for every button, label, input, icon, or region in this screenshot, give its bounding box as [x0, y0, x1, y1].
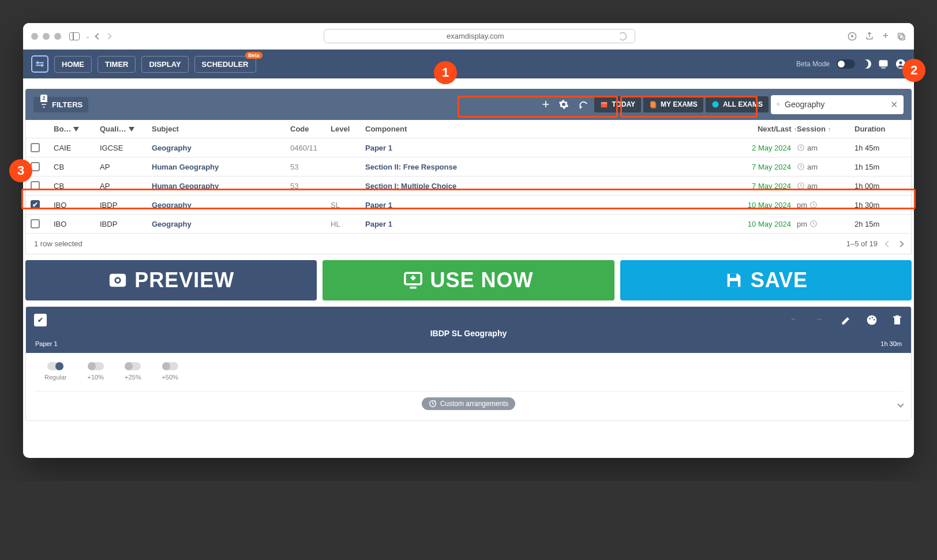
- next-page-button[interactable]: [897, 240, 904, 247]
- col-qualification[interactable]: Quali…: [100, 125, 152, 133]
- new-tab-button[interactable]: +: [882, 30, 889, 42]
- delete-icon[interactable]: [891, 314, 903, 326]
- cell-qualification: AP: [100, 182, 152, 190]
- table-row[interactable]: IBOIBDPGeographyHLPaper 110 May 2024pm2h…: [26, 215, 911, 234]
- dark-mode-icon[interactable]: [862, 59, 871, 69]
- annotation-callout-2: 2: [902, 59, 925, 82]
- col-code[interactable]: Code: [290, 125, 331, 133]
- filter-funnel-icon[interactable]: [129, 127, 134, 131]
- col-duration[interactable]: Duration: [854, 125, 906, 133]
- col-subject[interactable]: Subject: [152, 125, 290, 133]
- refresh-icon[interactable]: [619, 32, 627, 40]
- beta-mode-toggle[interactable]: [837, 59, 855, 69]
- close-window-button[interactable]: [31, 33, 38, 40]
- cell-duration: 1h 30m: [854, 201, 906, 209]
- app-logo[interactable]: [31, 55, 48, 73]
- prev-page-button[interactable]: [884, 240, 891, 247]
- filter-my-exams[interactable]: MY EXAMS: [643, 96, 703, 112]
- prev-detail-icon[interactable]: ←: [790, 314, 801, 326]
- palette-icon[interactable]: [866, 314, 878, 326]
- cell-code: 53: [290, 182, 331, 190]
- cell-board: IBO: [54, 201, 100, 209]
- edit-icon[interactable]: [841, 314, 852, 326]
- pagination-range: 1–5 of 19: [846, 239, 878, 248]
- cell-qualification: AP: [100, 163, 152, 171]
- col-component[interactable]: Component: [365, 125, 515, 133]
- custom-arrangements-chip[interactable]: Custom arrangements: [422, 397, 516, 410]
- svg-rect-2: [899, 35, 905, 40]
- preview-label: PREVIEW: [134, 268, 234, 292]
- filter-today[interactable]: TODAY: [594, 96, 641, 112]
- beta-badge: Beta: [245, 52, 263, 59]
- table-header: Bo… Quali… Subject Code Level Component …: [26, 120, 911, 138]
- toggle-plus50[interactable]: +50%: [162, 362, 178, 381]
- cell-board: CAIE: [54, 144, 100, 152]
- search-input[interactable]: [785, 100, 886, 109]
- toggle-regular[interactable]: Regular: [44, 362, 67, 381]
- time-adjustment-toggles: Regular +10% +25% +50%: [34, 360, 903, 388]
- filter-all-exams[interactable]: ALL EXAMS: [706, 96, 769, 112]
- cell-component: Section II: Free Response: [365, 163, 515, 171]
- nav-timer[interactable]: TIMER: [98, 56, 136, 73]
- cell-qualification: IBDP: [100, 220, 152, 228]
- cell-qualification: IGCSE: [100, 144, 152, 152]
- row-checkbox[interactable]: [31, 181, 40, 190]
- back-button[interactable]: [95, 33, 101, 39]
- detail-selected-checkbox[interactable]: ✔: [34, 314, 47, 326]
- app-window: 1 2 3 ⌄ examdisplay.com +: [23, 23, 914, 458]
- download-icon[interactable]: [848, 32, 857, 41]
- table-row[interactable]: CBAPHuman Geography53Section II: Free Re…: [26, 157, 911, 176]
- sidebar-toggle-icon[interactable]: [69, 32, 80, 40]
- svg-rect-3: [879, 61, 887, 66]
- toggle-plus25[interactable]: +25%: [125, 362, 141, 381]
- cell-component: Paper 1: [365, 144, 515, 152]
- chevron-down-icon[interactable]: ⌄: [85, 33, 90, 39]
- beta-mode-label: Beta Mode: [796, 60, 830, 68]
- tabs-icon[interactable]: [897, 32, 906, 41]
- table-row[interactable]: ✔IBOIBDPGeographySLPaper 110 May 2024pm1…: [26, 196, 911, 215]
- forward-button[interactable]: [105, 33, 111, 39]
- row-checkbox[interactable]: [31, 143, 40, 152]
- nav-home[interactable]: HOME: [54, 56, 92, 73]
- toggle-plus10[interactable]: +10%: [88, 362, 104, 381]
- col-session[interactable]: Session↑: [797, 125, 854, 133]
- url-text: examdisplay.com: [447, 32, 504, 40]
- svg-point-25: [874, 319, 875, 321]
- address-bar[interactable]: examdisplay.com: [324, 29, 635, 43]
- share-icon[interactable]: [865, 32, 874, 41]
- screen-icon[interactable]: [878, 59, 889, 69]
- detail-title: IBDP SL Geography: [34, 329, 903, 338]
- search-box[interactable]: ✕: [771, 95, 904, 114]
- maximize-window-button[interactable]: [54, 33, 61, 40]
- col-board[interactable]: Bo…: [54, 125, 100, 133]
- save-label: SAVE: [751, 268, 808, 292]
- nav-display[interactable]: DISPLAY: [141, 56, 188, 73]
- cell-duration: 1h 45m: [854, 144, 906, 152]
- use-now-label: USE NOW: [430, 268, 533, 292]
- next-detail-icon[interactable]: →: [815, 314, 827, 326]
- col-level[interactable]: Level: [331, 125, 365, 133]
- annotation-callout-3: 3: [9, 159, 32, 182]
- gear-icon[interactable]: [555, 96, 572, 113]
- cell-date: 7 May 2024: [739, 163, 797, 171]
- row-checkbox[interactable]: ✔: [31, 200, 40, 209]
- refresh-icon[interactable]: [575, 96, 592, 113]
- svg-point-18: [116, 279, 119, 282]
- filter-bar: 2 FILTERS + TODAY MY EXAMS ALL EXAMS: [25, 89, 912, 120]
- save-button[interactable]: SAVE: [620, 260, 912, 300]
- use-now-button[interactable]: USE NOW: [323, 260, 614, 300]
- filter-funnel-icon[interactable]: [73, 127, 79, 131]
- nav-scheduler[interactable]: SCHEDULER Beta: [194, 56, 256, 73]
- preview-button[interactable]: PREVIEW: [25, 260, 317, 300]
- add-icon[interactable]: +: [539, 93, 553, 115]
- cell-date: 2 May 2024: [739, 144, 797, 152]
- table-row[interactable]: CAIEIGCSEGeography0460/11Paper 12 May 20…: [26, 138, 911, 157]
- row-checkbox[interactable]: [31, 219, 40, 228]
- expand-chevron-icon[interactable]: [897, 401, 904, 407]
- minimize-window-button[interactable]: [43, 33, 50, 40]
- table-row[interactable]: CBAPHuman Geography53Section I: Multiple…: [26, 176, 911, 196]
- svg-rect-9: [651, 103, 656, 109]
- filters-button[interactable]: 2 FILTERS: [33, 97, 88, 112]
- col-next[interactable]: Next/Last↑: [739, 125, 797, 133]
- clear-search-icon[interactable]: ✕: [890, 99, 898, 110]
